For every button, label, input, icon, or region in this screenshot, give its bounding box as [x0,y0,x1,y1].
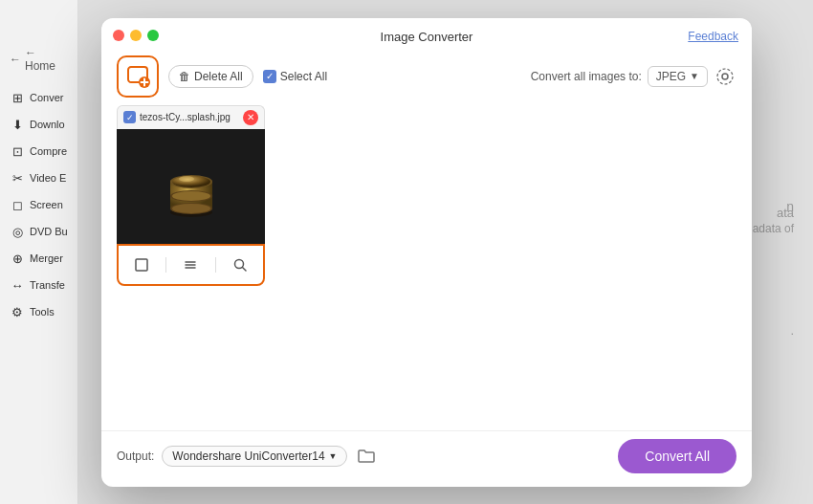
svg-point-9 [172,204,210,213]
sidebar-item-label: Compre [30,145,67,157]
modal-content: ✓ tezos-tCy...splash.jpg ✕ [101,105,752,430]
divider [165,257,166,273]
folder-icon [358,449,375,464]
sidebar-item-label: Downlo [30,119,65,130]
compress-icon: ⊡ [10,143,25,159]
sidebar-item-label: Video E [30,172,66,184]
disc-icon: ◎ [10,224,25,239]
sidebar-item-transfer[interactable]: ↔ Transfe [0,272,77,298]
format-dropdown[interactable]: JPEG ▼ [648,66,708,87]
chevron-left-icon: ← [10,53,21,66]
convert-icon: ⊞ [10,90,25,105]
sidebar-item-label: Tools [30,306,55,318]
maximize-button[interactable] [147,30,159,41]
sidebar-item-compress[interactable]: ⊡ Compre [0,138,77,164]
crop-icon [134,257,149,273]
bg-text-2: ata [777,206,794,220]
modal-window: Image Converter Feedback 🗑 Delete All [101,18,752,487]
modal-footer: Output: Wondershare UniConverter14 ▼ Con… [101,430,752,487]
sidebar-item-tools[interactable]: ⚙ Tools [0,298,77,325]
window-controls [113,30,159,41]
output-section: Output: Wondershare UniConverter14 ▼ [117,445,378,468]
minimize-button[interactable] [130,30,142,41]
sidebar-item-download[interactable]: ⬇ Downlo [0,111,77,138]
chevron-down-icon: ▼ [690,71,699,81]
trash-icon: 🗑 [179,70,190,83]
output-label: Output: [117,449,154,463]
delete-all-label: Delete All [194,70,243,83]
sidebar-item-home[interactable]: ← ← Home [0,38,77,84]
svg-point-4 [722,74,728,79]
delete-all-button[interactable]: 🗑 Delete All [168,65,253,88]
crop-button[interactable] [128,252,155,278]
image-card: ✓ tezos-tCy...splash.jpg ✕ [117,105,265,286]
tools-icon: ⚙ [10,304,25,319]
modal-titlebar: Image Converter Feedback [101,18,752,52]
sidebar-item-label: Conver [30,92,63,103]
convert-format-section: Convert all images to: JPEG ▼ [531,65,736,88]
sidebar-item-label: Transfe [30,279,65,291]
select-all-label: Select All [280,70,327,83]
list-icon [183,257,198,273]
sidebar-item-screen[interactable]: ◻ Screen [0,191,77,218]
sidebar-item-video-edit[interactable]: ✂ Video E [0,164,77,191]
sidebar-item-merger[interactable]: ⊕ Merger [0,245,77,272]
camera-icon: ◻ [10,197,25,212]
image-header: ✓ tezos-tCy...splash.jpg ✕ [117,105,265,129]
merge-icon: ⊕ [10,251,25,266]
bg-text-4: . [790,323,794,338]
scissors-icon: ✂ [10,170,25,186]
browse-folder-button[interactable] [355,445,378,468]
select-all-checkbox: ✓ [263,70,276,83]
transfer-icon: ↔ [10,277,25,293]
coin-image [148,143,234,230]
image-filename: tezos-tCy...splash.jpg [140,112,231,122]
list-button[interactable] [177,252,204,278]
sidebar-item-label: Screen [30,199,63,210]
format-value: JPEG [656,70,686,83]
divider [215,257,216,273]
settings-icon [716,68,734,85]
zoom-icon [232,257,248,273]
sidebar-item-label: DVD Bu [30,226,68,237]
svg-point-5 [717,69,733,84]
convert-format-label: Convert all images to: [531,70,642,83]
svg-point-11 [172,191,210,201]
download-icon: ⬇ [10,117,25,132]
close-button[interactable] [113,30,124,41]
modal-title: Image Converter [381,30,473,44]
bg-text-3: adata of [753,222,794,235]
chevron-down-icon: ▼ [329,451,338,461]
output-path-selector[interactable]: Wondershare UniConverter14 ▼ [162,446,347,467]
output-path-value: Wondershare UniConverter14 [172,449,324,463]
svg-point-14 [179,176,194,182]
select-all-button[interactable]: ✓ Select All [263,70,327,83]
home-label: ← Home [25,46,68,73]
modal-toolbar: 🗑 Delete All ✓ Select All Convert all im… [101,52,752,105]
sidebar-item-dvd[interactable]: ◎ DVD Bu [0,218,77,245]
add-icon [124,63,151,90]
image-thumbnail [117,129,265,244]
main-area: n ata adata of . Image Converter Feedbac… [78,0,813,504]
feedback-link[interactable]: Feedback [688,30,738,43]
svg-rect-15 [136,259,147,271]
image-checkbox[interactable]: ✓ [123,111,136,123]
sidebar: ← ← Home ⊞ Conver ⬇ Downlo ⊡ Compre ✂ Vi… [0,0,78,504]
sidebar-item-convert[interactable]: ⊞ Conver [0,84,77,111]
svg-line-20 [243,267,247,271]
convert-all-button[interactable]: Convert All [618,439,736,473]
sidebar-item-label: Merger [30,252,63,264]
image-name: ✓ tezos-tCy...splash.jpg [123,111,231,123]
format-settings-button[interactable] [714,65,736,88]
remove-image-button[interactable]: ✕ [243,110,258,125]
add-image-button[interactable] [117,55,159,98]
image-actions [117,244,265,286]
zoom-button[interactable] [227,252,253,278]
